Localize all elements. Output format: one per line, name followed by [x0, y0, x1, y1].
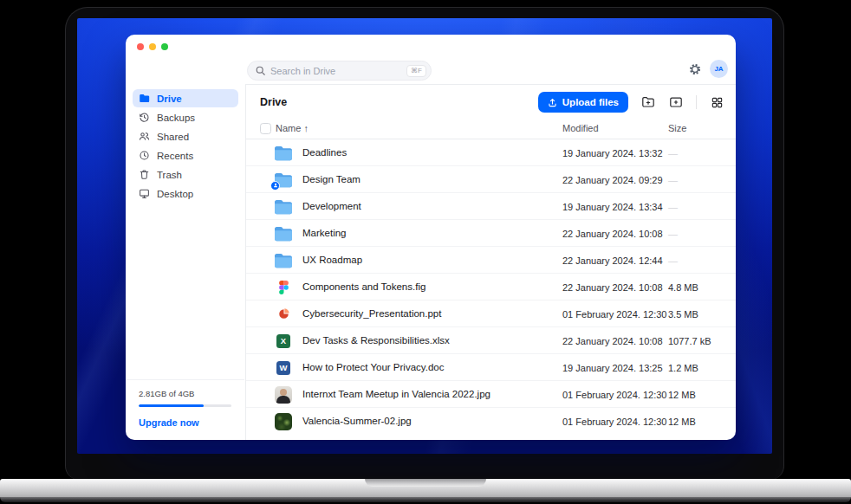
- row-modified-date: 01 February 2024. 12:30: [562, 390, 666, 400]
- row-name: Deadlines: [302, 147, 347, 158]
- laptop-lid-notch: [365, 479, 486, 487]
- page-title: Drive: [260, 96, 287, 108]
- row-modified-date: 22 January 2024. 09:29: [562, 175, 663, 185]
- row-name: Development: [302, 201, 361, 211]
- gear-icon: [688, 62, 702, 76]
- row-name: Dev Tasks & Responsibilities.xlsx: [302, 335, 450, 346]
- row-size: 4.8 MB: [668, 282, 698, 293]
- trash-icon: [139, 169, 150, 180]
- folder-icon: [273, 139, 294, 166]
- table-row[interactable]: W How to Protect Your Privacy.doc 19 Jan…: [246, 353, 736, 380]
- sidebar-item-label: Trash: [157, 170, 182, 180]
- folder-icon: [273, 247, 294, 274]
- search-input[interactable]: Search in Drive ⌘F: [247, 61, 432, 81]
- sidebar-item-label: Drive: [157, 94, 182, 104]
- image-person-icon: [273, 381, 294, 408]
- row-modified-date: 19 January 2024. 13:32: [562, 148, 663, 158]
- word-icon: W: [273, 354, 294, 381]
- close-button[interactable]: [137, 43, 144, 50]
- internxt-drive-window: INTERNXT Search in Drive ⌘F JA Drive: [126, 35, 736, 440]
- content-header: Drive Upload files: [246, 85, 736, 120]
- row-name: Components and Tokens.fig: [302, 281, 426, 292]
- sidebar-item-trash[interactable]: Trash: [133, 165, 238, 184]
- table-row[interactable]: Cybersecurity_Presentation.ppt 01 Februa…: [246, 300, 736, 326]
- table-row[interactable]: UX Roadmap 22 January 2024. 12:44 —: [246, 246, 736, 273]
- upload-files-button[interactable]: Upload files: [538, 92, 628, 113]
- folder-plus-icon: [641, 95, 655, 109]
- table-row[interactable]: Components and Tokens.fig 22 January 202…: [246, 273, 736, 300]
- sidebar-item-backups[interactable]: Backups: [133, 108, 238, 126]
- laptop-base: [0, 479, 851, 497]
- upload-files-label: Upload files: [562, 97, 619, 107]
- grid-view-button[interactable]: [709, 94, 724, 110]
- drive-content: Drive Upload files: [245, 84, 736, 440]
- sidebar-item-desktop[interactable]: Desktop: [133, 184, 238, 203]
- sidebar-item-label: Desktop: [157, 189, 193, 199]
- window-controls: [137, 43, 168, 50]
- shared-badge-icon: [270, 181, 280, 191]
- sidebar: Drive Backups Shared Recents Trash: [126, 84, 245, 440]
- upgrade-link[interactable]: Upgrade now: [139, 417, 231, 428]
- table-row[interactable]: Marketing 22 January 2024. 10:08 —: [246, 219, 736, 246]
- row-name: UX Roadmap: [302, 255, 362, 265]
- row-size: —: [668, 148, 678, 158]
- sidebar-item-label: Recents: [157, 151, 193, 161]
- row-size: —: [668, 229, 678, 239]
- storage-section: 2.81GB of 4GB Upgrade now: [126, 379, 244, 440]
- folder-shared-icon: [273, 166, 294, 193]
- row-modified-date: 19 January 2024. 13:25: [562, 363, 663, 373]
- column-header-size[interactable]: Size: [668, 123, 686, 133]
- sidebar-item-recents[interactable]: Recents: [133, 146, 238, 165]
- column-header-name[interactable]: Name ↑: [276, 123, 309, 133]
- clock-icon: [139, 150, 150, 161]
- row-size: 12 MB: [668, 390, 696, 400]
- zoom-button[interactable]: [161, 43, 168, 50]
- row-name: Internxt Team Meetup in Valencia 2022.jp…: [302, 389, 490, 399]
- table-row[interactable]: Deadlines 19 January 2024. 13:32 —: [246, 139, 736, 165]
- sidebar-item-label: Shared: [157, 132, 189, 142]
- row-size: —: [668, 175, 678, 185]
- table-row[interactable]: Development 19 January 2024. 13:34 —: [246, 192, 736, 219]
- upload-folder-button[interactable]: [640, 94, 656, 110]
- column-header-modified[interactable]: Modified: [562, 123, 599, 133]
- create-folder-button[interactable]: [668, 94, 684, 110]
- powerpoint-icon: [273, 300, 294, 327]
- row-modified-date: 22 January 2024. 10:08: [562, 229, 663, 239]
- row-modified-date: 22 January 2024. 10:08: [562, 282, 663, 293]
- monitor-icon: [139, 188, 150, 199]
- storage-progress-fill: [139, 404, 204, 407]
- clock-restore-icon: [139, 112, 150, 123]
- row-name: Valencia-Summer-02.jpg: [302, 416, 412, 426]
- row-name: Marketing: [302, 228, 347, 238]
- avatar[interactable]: JA: [710, 60, 728, 78]
- sidebar-item-shared[interactable]: Shared: [133, 127, 238, 145]
- storage-usage-label: 2.81GB of 4GB: [139, 389, 231, 398]
- select-all-checkbox[interactable]: [260, 123, 271, 134]
- search-placeholder: Search in Drive: [270, 66, 406, 76]
- table-row[interactable]: Design Team 22 January 2024. 09:29 —: [246, 165, 736, 192]
- sort-ascending-icon: ↑: [303, 123, 309, 133]
- row-size: —: [668, 202, 678, 212]
- table-row[interactable]: Internxt Team Meetup in Valencia 2022.jp…: [246, 380, 736, 407]
- image-nature-icon: [273, 408, 294, 435]
- table-row[interactable]: Valencia-Summer-02.jpg 01 February 2024.…: [246, 407, 736, 434]
- search-icon: [256, 63, 265, 79]
- table-row[interactable]: X Dev Tasks & Responsibilities.xlsx 22 J…: [246, 326, 736, 353]
- laptop-mockup: INTERNXT Search in Drive ⌘F JA Drive: [0, 0, 851, 504]
- row-modified-date: 01 February 2024. 12:30: [562, 309, 666, 320]
- settings-button[interactable]: [685, 60, 705, 79]
- sidebar-item-drive[interactable]: Drive: [133, 89, 238, 107]
- storage-progress-bar: [139, 404, 231, 407]
- row-modified-date: 22 January 2024. 12:44: [562, 255, 663, 266]
- users-icon: [139, 131, 150, 142]
- folder-icon: [273, 193, 294, 220]
- folder-icon: [139, 93, 150, 104]
- figma-icon: [273, 274, 294, 300]
- row-size: 1077.7 kB: [668, 336, 711, 346]
- row-size: 3.5 MB: [668, 309, 698, 320]
- minimize-button[interactable]: [149, 43, 156, 50]
- sidebar-item-label: Backups: [157, 113, 195, 123]
- table-header: Name ↑ Modified Size: [246, 120, 736, 139]
- excel-icon: X: [273, 327, 294, 354]
- row-name: How to Protect Your Privacy.doc: [302, 362, 444, 372]
